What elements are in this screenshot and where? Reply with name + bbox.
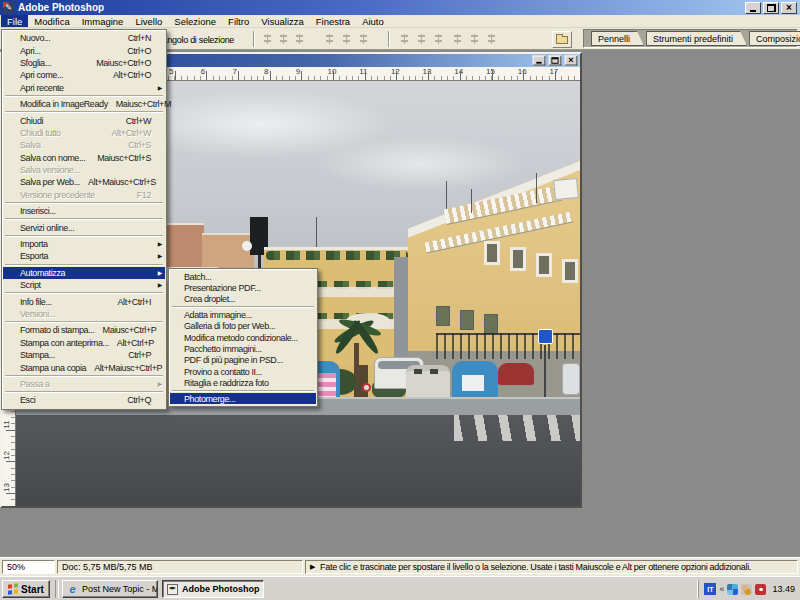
start-button[interactable]: Start <box>2 580 50 598</box>
menu-item-ritaglia-e-raddrizza-foto[interactable]: Ritaglia e raddrizza foto <box>170 378 316 389</box>
user-icon[interactable] <box>741 584 752 595</box>
menu-item-presentazione-pdf[interactable]: Presentazione PDF... <box>170 282 316 293</box>
distribute-vertical-centers-icon[interactable] <box>415 33 428 45</box>
submenu-arrow-icon: ▶ <box>158 253 162 260</box>
ati-tray-icon[interactable] <box>755 584 766 595</box>
menu-item-script[interactable]: Script▶ <box>3 279 165 291</box>
menu-item-label: Passa a <box>20 379 50 389</box>
menu-item-provino-a-contatto-ii[interactable]: Provino a contatto II... <box>170 366 316 377</box>
document-close-button[interactable]: × <box>565 56 578 66</box>
menu-item-importa[interactable]: Importa▶ <box>3 238 165 250</box>
menu-item-modifica-in-imageready[interactable]: Modifica in ImageReadyMaiusc+Ctrl+M <box>3 98 165 110</box>
menu-item-crea-droplet[interactable]: Crea droplet... <box>170 294 316 305</box>
menu-item-label: Chiudi <box>20 116 43 126</box>
palette-tab-composizioni-livelli[interactable]: Composizioni livelli <box>749 31 800 46</box>
submenu-arrow-icon: ▶ <box>158 380 162 387</box>
menu-item-pacchetto-immagini[interactable]: Pacchetto immagini... <box>170 343 316 354</box>
language-indicator[interactable]: IT <box>704 583 716 595</box>
align-horizontal-centers-icon[interactable] <box>340 33 353 45</box>
distribute-right-edges-icon[interactable] <box>485 33 498 45</box>
menu-separator <box>5 264 163 266</box>
distribute-bottom-edges-icon[interactable] <box>432 33 445 45</box>
close-button[interactable]: × <box>781 2 797 14</box>
menu-item-pdf-di-pi-pagine-in-psd[interactable]: PDF di più pagine in PSD... <box>170 355 316 366</box>
menu-item-salva-per-web[interactable]: Salva per Web...Alt+Maiusc+Ctrl+S <box>3 176 165 188</box>
zoom-level-field[interactable]: 50% <box>2 560 55 574</box>
menu-livello[interactable]: Livello <box>129 15 168 27</box>
menu-item-esci[interactable]: EsciCtrl+Q <box>3 394 165 406</box>
menu-aiuto[interactable]: Aiuto <box>356 15 390 27</box>
menu-item-sfoglia[interactable]: Sfoglia...Maiusc+Ctrl+O <box>3 57 165 69</box>
file-browser-button[interactable] <box>552 31 572 48</box>
menu-item-automatizza[interactable]: Automatizza▶ <box>3 267 165 279</box>
ruler-number: 14 <box>454 67 463 76</box>
menu-item-stampa-con-anteprima[interactable]: Stampa con anteprima...Alt+Ctrl+P <box>3 337 165 349</box>
menu-filtro[interactable]: Filtro <box>222 15 255 27</box>
align-bottom-edges-icon[interactable] <box>293 33 306 45</box>
palette-tab-pennelli[interactable]: Pennelli <box>591 31 644 46</box>
menu-item-chiudi[interactable]: ChiudiCtrl+W <box>3 114 165 126</box>
menu-visualizza[interactable]: Visualizza <box>255 15 310 27</box>
photo-antenna <box>316 217 317 247</box>
palette-tab-strumenti-predefiniti[interactable]: Strumenti predefiniti <box>646 31 747 46</box>
align-vertical-centers-icon[interactable] <box>277 33 290 45</box>
menu-item-galleria-di-foto-per-web[interactable]: Galleria di foto per Web... <box>170 321 316 332</box>
ruler-number: 12 <box>2 451 11 460</box>
align-left-edges-icon[interactable] <box>323 33 336 45</box>
menu-item-stampa-una-copia[interactable]: Stampa una copiaAlt+Maiusc+Ctrl+P <box>3 361 165 373</box>
menu-item-adatta-immagine[interactable]: Adatta immagine... <box>170 309 316 320</box>
menu-item-info-file[interactable]: Info file...Alt+Ctrl+I <box>3 295 165 307</box>
distribute-left-edges-icon[interactable] <box>451 33 464 45</box>
close-icon: × <box>786 3 792 13</box>
menu-item-label: Salva con nome... <box>20 153 85 163</box>
menu-item-label: Sfoglia... <box>20 58 51 68</box>
align-top-edges-icon[interactable] <box>261 33 274 45</box>
photo-antenna <box>536 173 537 203</box>
photo-shuttered-window <box>460 310 474 330</box>
menu-file[interactable]: File <box>1 15 28 27</box>
menu-item-label: Esporta <box>20 251 48 261</box>
app-titlebar[interactable]: ✎ Adobe Photoshop × <box>0 0 800 15</box>
menu-item-photomerge[interactable]: Photomerge... <box>170 393 316 404</box>
submenu-arrow-icon: ▶ <box>158 269 162 276</box>
menu-selezione[interactable]: Selezione <box>168 15 222 27</box>
menu-item-formato-di-stampa[interactable]: Formato di stampa...Maiusc+Ctrl+P <box>3 324 165 336</box>
align-right-edges-icon[interactable] <box>357 33 370 45</box>
minimize-button[interactable] <box>745 2 761 14</box>
taskbar-button-adobe-photoshop[interactable]: ✒Adobe Photoshop <box>162 580 264 598</box>
menu-item-apri-recente[interactable]: Apri recente▶ <box>3 82 165 94</box>
menu-separator <box>5 391 163 393</box>
menu-item-modifica-metodo-condizionale[interactable]: Modifica metodo condizionale... <box>170 332 316 343</box>
menu-item-nuovo[interactable]: Nuovo...Ctrl+N <box>3 32 165 44</box>
menu-item-stampa[interactable]: Stampa...Ctrl+P <box>3 349 165 361</box>
document-maximize-button[interactable] <box>549 56 562 66</box>
menu-item-label: Provino a contatto II... <box>184 367 262 377</box>
menu-item-salva-versione: Salva versione... <box>3 164 165 176</box>
restore-button[interactable] <box>763 2 779 14</box>
menu-item-label: Apri recente <box>20 83 64 93</box>
distribute-horizontal-centers-icon[interactable] <box>468 33 481 45</box>
menu-item-label: Automatizza <box>20 268 65 278</box>
taskbar-button-post-new-topic-microso[interactable]: ePost New Topic - Microso... <box>62 580 158 598</box>
tray-chevron[interactable]: « <box>719 584 724 594</box>
menu-separator <box>5 202 163 204</box>
photo-roof-plants <box>266 251 408 260</box>
document-minimize-button[interactable] <box>533 56 546 66</box>
menu-item-apri-come[interactable]: Apri come...Alt+Ctrl+O <box>3 69 165 81</box>
menu-item-salva-con-nome[interactable]: Salva con nome...Maiusc+Ctrl+S <box>3 152 165 164</box>
menu-item-batch[interactable]: Batch... <box>170 271 316 282</box>
menu-immagine[interactable]: Immagine <box>76 15 130 27</box>
menu-item-shortcut: Ctrl+W <box>118 116 151 126</box>
menu-item-inserisci[interactable]: Inserisci... <box>3 205 165 217</box>
menu-item-esporta[interactable]: Esporta▶ <box>3 250 165 262</box>
menu-item-shortcut: Ctrl+P <box>120 350 151 360</box>
menu-finestra[interactable]: Finestra <box>310 15 356 27</box>
menu-item-apri[interactable]: Apri...Ctrl+O <box>3 44 165 56</box>
distribute-top-edges-icon[interactable] <box>398 33 411 45</box>
menu-item-shortcut: Maiusc+Ctrl+P <box>95 325 157 335</box>
menu-item-servizi-online[interactable]: Servizi online... <box>3 221 165 233</box>
messenger-icon[interactable] <box>727 584 738 595</box>
menu-separator <box>5 218 163 220</box>
menu-modifica[interactable]: Modifica <box>28 15 75 27</box>
document-size-indicator[interactable]: Doc: 5,75 MB/5,75 MB <box>57 560 303 574</box>
